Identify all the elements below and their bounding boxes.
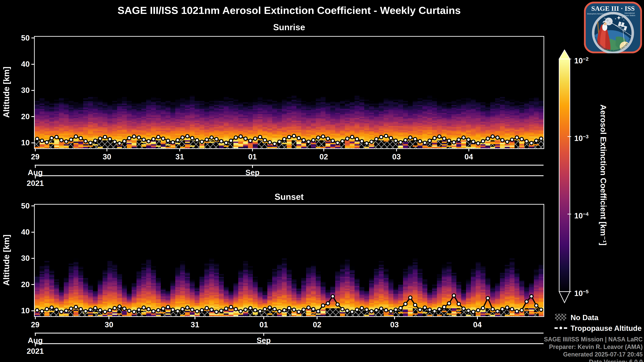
- y-tick-mark: [31, 284, 34, 285]
- x-tick-label: 29: [25, 320, 45, 329]
- x-tick-label: 04: [459, 152, 479, 161]
- year-axis-line: [35, 175, 544, 176]
- x-tick-label: 03: [386, 152, 406, 161]
- logo-subtitle-left: Stratospheric Aerosol and Gas Experiment…: [587, 13, 620, 15]
- y-tick-mark: [31, 116, 34, 117]
- y-tick-mark: [31, 258, 34, 259]
- y-tick-label: 40: [11, 59, 30, 68]
- x-tick-label: 30: [99, 320, 119, 329]
- year-tick-label: 2021: [24, 347, 47, 356]
- tropopause-line-icon: [554, 326, 567, 330]
- x-tick-label: 30: [97, 152, 117, 161]
- colorbar-bottom-arrow: [559, 292, 570, 303]
- no-data-legend-label: No Data: [570, 313, 598, 322]
- figure-canvas: SAGE III/ISS 1021nm Aerosol Extinction C…: [0, 0, 644, 362]
- x-tick-mark: [396, 148, 397, 151]
- x-tick-label: 29: [25, 152, 45, 161]
- tropopause-legend-label: Tropopause Altitude: [570, 324, 642, 333]
- no-data-hatch-icon: [555, 314, 566, 321]
- sunset-heatmap: [35, 205, 544, 316]
- month-axis-line: [35, 165, 544, 166]
- x-tick-mark: [35, 148, 36, 151]
- y-tick-label: 40: [11, 227, 30, 237]
- month-tick-mark: [263, 333, 264, 336]
- logo-subtitle-right1: International: [624, 12, 635, 14]
- x-tick-label: 01: [254, 320, 274, 329]
- legend-dash-icon: [554, 327, 558, 329]
- sunrise-subtitle: Sunrise: [34, 22, 544, 32]
- sunrise-curtain-plot: 293031010203041020304050AugSep2021: [34, 36, 544, 149]
- x-tick-label: 02: [307, 320, 327, 329]
- attribution-line: Generated 2025-07-17 20:45: [544, 351, 643, 358]
- logo-moon-crater: [606, 19, 608, 21]
- sunset-curtain-plot: 293031010203041020304050AugSep2021: [34, 204, 544, 317]
- attribution-block: SAGE III/ISS Mission | NASA LaRC Prepare…: [544, 336, 643, 362]
- legend-dash-icon: [564, 327, 567, 329]
- x-tick-mark: [35, 316, 36, 319]
- x-tick-mark: [252, 148, 253, 151]
- month-tick-mark: [35, 333, 36, 336]
- sunrise-heatmap: [35, 37, 544, 148]
- x-tick-mark: [317, 316, 318, 319]
- logo-subtitle-right2: Space Station: [624, 14, 636, 16]
- y-tick-mark: [31, 142, 34, 143]
- y-tick-label: 10: [11, 306, 30, 315]
- year-tick-mark: [35, 344, 36, 347]
- x-tick-mark: [394, 316, 395, 319]
- y-tick-mark: [31, 64, 34, 65]
- y-tick-mark: [31, 310, 34, 311]
- y-tick-label: 10: [11, 138, 30, 147]
- colorbar-top-arrow: [559, 50, 570, 59]
- attribution-line: Preparer: Kevin R. Leavor (AMA): [544, 343, 643, 351]
- month-tick-mark: [35, 165, 36, 168]
- y-tick-mark: [31, 90, 34, 91]
- x-tick-mark: [194, 316, 196, 319]
- y-tick-mark: [31, 37, 34, 38]
- logo-moon-crater: [609, 22, 611, 23]
- x-tick-mark: [179, 148, 180, 151]
- x-tick-mark: [108, 316, 109, 319]
- logo-title: SAGE III · ISS: [591, 5, 634, 12]
- x-tick-mark: [323, 148, 324, 151]
- y-tick-mark: [31, 205, 34, 206]
- colorbar: [558, 49, 576, 305]
- attribution-line: Data Version: 6.0.0: [544, 358, 643, 362]
- year-tick-mark: [35, 176, 36, 178]
- x-tick-mark: [477, 316, 478, 319]
- y-tick-label: 50: [11, 33, 30, 42]
- x-tick-label: 01: [242, 152, 263, 161]
- sunset-subtitle: Sunset: [34, 192, 544, 202]
- colorbar-axis-label: Aerosol Extinction Coefficient [km⁻¹]: [599, 41, 608, 309]
- colorbar-bar: [559, 59, 570, 292]
- month-tick-mark: [252, 165, 253, 168]
- y-tick-label: 30: [11, 86, 30, 95]
- sunrise-y-axis-label: Altitude [km]: [2, 33, 11, 151]
- x-tick-label: 31: [185, 320, 205, 329]
- x-tick-mark: [468, 148, 469, 151]
- x-tick-label: 04: [468, 320, 488, 329]
- year-tick-label: 2021: [24, 179, 47, 188]
- legend-dot-icon: [559, 326, 563, 330]
- figure-title: SAGE III/ISS 1021nm Aerosol Extinction C…: [34, 4, 544, 16]
- y-tick-mark: [31, 232, 34, 233]
- x-tick-label: 02: [314, 152, 334, 161]
- y-tick-label: 20: [11, 112, 30, 121]
- month-axis-line: [35, 333, 544, 334]
- x-tick-label: 31: [170, 152, 190, 161]
- sage-iii-iss-mission-logo: SAGE III · ISS Stratospheric Aerosol and…: [584, 2, 642, 53]
- year-axis-line: [35, 343, 544, 344]
- x-tick-label: 03: [384, 320, 404, 329]
- y-tick-label: 20: [11, 280, 30, 289]
- y-tick-label: 30: [11, 254, 30, 263]
- x-tick-mark: [106, 148, 107, 151]
- attribution-line: SAGE III/ISS Mission | NASA LaRC: [544, 336, 643, 343]
- sunset-y-axis-label: Altitude [km]: [2, 201, 11, 319]
- x-tick-mark: [263, 316, 264, 319]
- y-tick-label: 50: [11, 201, 30, 210]
